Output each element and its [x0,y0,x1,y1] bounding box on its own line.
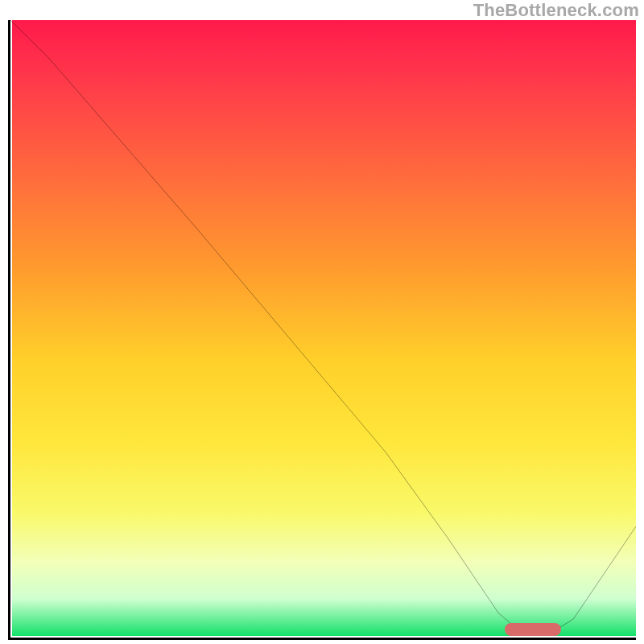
optimal-range-marker [505,623,561,636]
curve-svg [10,20,636,638]
plot-area [8,20,636,640]
watermark-label: TheBottleneck.com [473,0,639,21]
bottleneck-chart: TheBottleneck.com [0,0,644,644]
bottleneck-curve-path [10,20,636,634]
